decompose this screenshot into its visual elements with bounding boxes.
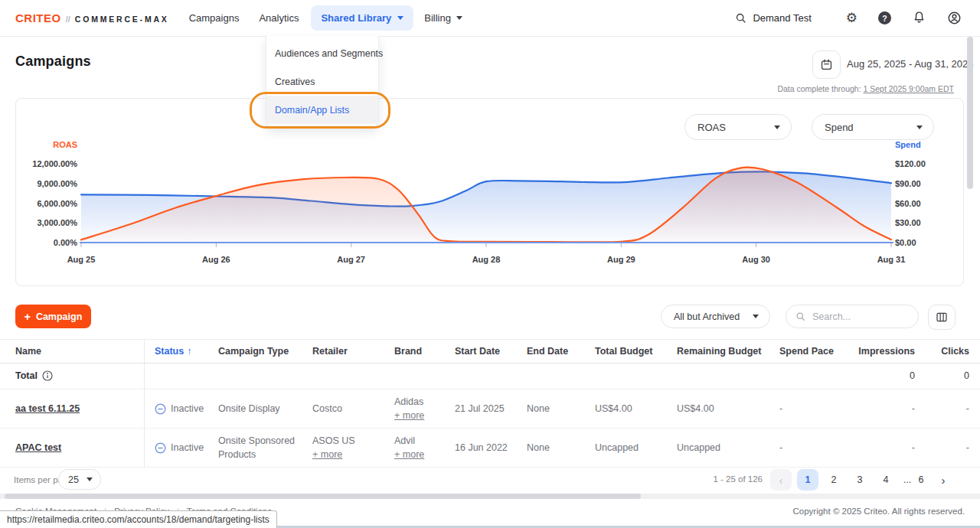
help-icon[interactable]: ? <box>878 11 891 24</box>
logo-separator: // <box>66 15 70 24</box>
column-header-impressions[interactable]: Impressions <box>860 340 918 363</box>
column-header-remaining_budget[interactable]: Remaining Budget <box>668 340 770 363</box>
search-icon <box>795 311 805 321</box>
nav-item-billing[interactable]: Billing <box>424 12 462 24</box>
column-header-brand[interactable]: Brand <box>385 340 446 363</box>
date-picker-button[interactable] <box>812 51 841 79</box>
cell-text: - <box>912 402 915 416</box>
column-header-label: Impressions <box>858 346 915 357</box>
horizontal-scrollbar-track[interactable] <box>0 494 980 499</box>
menu-item-creatives[interactable]: Creatives <box>266 67 378 96</box>
cell-text: None <box>527 402 550 416</box>
column-header-total_budget[interactable]: Total Budget <box>586 340 668 363</box>
criteo-logo[interactable]: CRITEO // COMMERCE-MAX <box>15 11 169 24</box>
gear-icon[interactable]: ⚙ <box>846 11 858 24</box>
chevron-down-icon <box>87 477 93 481</box>
column-header-name[interactable]: Name <box>0 340 144 363</box>
info-icon[interactable] <box>42 370 53 381</box>
performance-chart-card: ROAS Spend ROAS Spend 12,000.00%9,000.00… <box>15 98 964 286</box>
campaigns-table: NameStatus↑Campaign TypeRetailerBrandSta… <box>0 339 980 468</box>
cell-brand: Advil+ more <box>385 429 446 467</box>
right-axis-tick: $90.00 <box>895 178 921 189</box>
left-axis-tick: 3,000.00% <box>16 217 77 228</box>
pagination-page-2[interactable]: 2 <box>823 469 844 491</box>
cell-text: - <box>779 441 782 455</box>
cell-brand: Adidas+ more <box>385 389 446 428</box>
plus-icon: + <box>24 311 31 323</box>
vertical-scrollbar-thumb[interactable] <box>967 37 973 189</box>
column-header-end_date[interactable]: End Date <box>518 340 586 363</box>
minus-circle-icon <box>155 442 166 454</box>
column-header-label: Spend Pace <box>779 346 834 357</box>
more-link[interactable]: + more <box>394 409 424 422</box>
cell-text: Uncapped <box>595 441 639 455</box>
cell-text: Onsite Sponsored Products <box>218 434 303 461</box>
nav-item-label: Billing <box>424 12 451 24</box>
account-search[interactable]: Demand Test <box>735 12 811 24</box>
chevron-down-icon <box>753 315 759 318</box>
nav-item-shared-library[interactable]: Shared Library <box>311 5 413 31</box>
bell-icon[interactable] <box>912 11 926 25</box>
pagination-next-button[interactable]: › <box>933 469 954 491</box>
data-complete-link[interactable]: 1 Sept 2025 9:00am EDT <box>864 84 955 93</box>
horizontal-scrollbar-thumb[interactable] <box>5 494 641 499</box>
add-campaign-label: Campaign <box>36 311 82 322</box>
cell-retailer: ASOS US+ more <box>303 429 385 467</box>
cell-text: Adidas <box>394 395 423 409</box>
left-axis-tick: 6,000.00% <box>16 198 77 209</box>
column-header-label: Status <box>155 346 184 357</box>
column-header-campaign_type[interactable]: Campaign Type <box>209 340 303 363</box>
account-icon[interactable] <box>947 11 962 25</box>
nav-item-campaigns[interactable]: Campaigns <box>189 12 240 24</box>
pagination-range: 1 - 25 of 126 <box>686 474 763 484</box>
frozen-column-divider <box>144 340 145 468</box>
column-header-spend_pace[interactable]: Spend Pace <box>770 340 860 363</box>
menu-item-domain-app-lists[interactable]: Domain/App Lists <box>266 96 378 124</box>
table-search <box>786 305 919 328</box>
cell-spend_pace: - <box>770 389 860 428</box>
cell-impressions: - <box>860 389 918 428</box>
column-header-start_date[interactable]: Start Date <box>446 340 518 363</box>
total-label: Total <box>15 369 38 383</box>
minus-circle-icon <box>155 403 166 415</box>
cell-total_budget: Uncapped <box>586 429 668 467</box>
search-icon <box>735 12 746 24</box>
archive-filter-select[interactable]: All but Archived <box>661 305 770 328</box>
cell-status: Inactive <box>144 429 209 467</box>
x-axis-label: Aug 27 <box>325 255 378 264</box>
left-axis-tick: 0.00% <box>16 237 77 248</box>
table-header-row: NameStatus↑Campaign TypeRetailerBrandSta… <box>0 340 980 363</box>
column-header-retailer[interactable]: Retailer <box>303 340 385 363</box>
column-settings-button[interactable] <box>928 305 956 330</box>
archive-filter-value: All but Archived <box>674 311 740 322</box>
right-axis-tick: $120.00 <box>895 158 926 169</box>
cell-text: - <box>966 402 969 416</box>
pagination-page-1[interactable]: 1 <box>797 469 818 491</box>
more-link[interactable]: + more <box>394 448 424 461</box>
pagination-page-4[interactable]: 4 <box>875 469 897 491</box>
items-per-page-select[interactable]: 25 <box>58 469 101 490</box>
cell-end_date: None <box>518 389 586 428</box>
pagination-prev-button[interactable]: ‹ <box>770 469 792 491</box>
more-link[interactable]: + more <box>312 448 342 461</box>
pagination-page-6[interactable]: 6 <box>910 469 932 491</box>
menu-item-audiences-and-segments[interactable]: Audiences and Segments <box>266 39 378 67</box>
chevron-down-icon <box>397 16 403 20</box>
x-axis-label: Aug 28 <box>459 255 513 264</box>
table-total-row: Total00 <box>0 363 980 389</box>
date-range-value[interactable]: Aug 25, 2025 - Aug 31, 2025 <box>847 58 974 70</box>
logo-product-text: COMMERCE-MAX <box>75 15 169 24</box>
add-campaign-button[interactable]: + Campaign <box>15 305 91 328</box>
nav-item-analytics[interactable]: Analytics <box>259 12 299 24</box>
cell-impressions: - <box>860 429 918 467</box>
cell-spend_pace: - <box>770 429 860 467</box>
cell-start_date: 21 Jul 2025 <box>446 389 518 428</box>
column-header-status[interactable]: Status↑ <box>144 340 209 363</box>
campaign-name-link[interactable]: aa test 6.11.25 <box>15 402 80 416</box>
pagination-page-3[interactable]: 3 <box>849 469 871 491</box>
column-header-clicks[interactable]: Clicks <box>918 340 980 363</box>
top-navigation-bar: CRITEO // COMMERCE-MAX Campaigns Analyti… <box>0 0 980 37</box>
campaign-name-link[interactable]: APAC test <box>15 441 61 455</box>
cell-text: Uncapped <box>677 441 720 455</box>
search-input[interactable] <box>811 311 898 323</box>
